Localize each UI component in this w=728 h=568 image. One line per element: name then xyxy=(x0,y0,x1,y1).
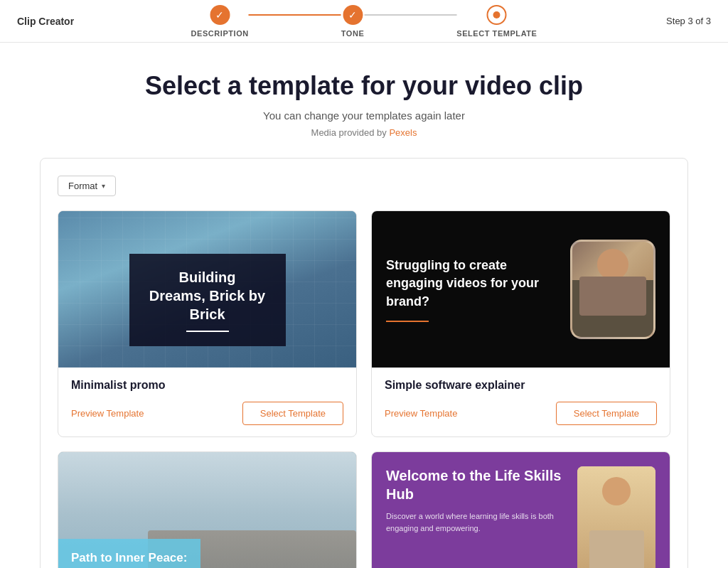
page-subtitle: You can change your templates again late… xyxy=(40,109,688,122)
life-overlay-sub: Discover a world where learning life ski… xyxy=(386,510,566,534)
software-person-image xyxy=(570,240,655,339)
format-button[interactable]: Format ▾ xyxy=(58,176,116,196)
life-person-image xyxy=(577,466,655,568)
step-circle-tone: ✓ xyxy=(343,5,363,25)
select-button-software[interactable]: Select Template xyxy=(556,402,657,425)
step-label-tone: TONE xyxy=(341,29,365,38)
step-count: Step 3 of 3 xyxy=(666,16,711,26)
minimalist-underline xyxy=(186,331,229,332)
card-info-minimalist: Minimalist promo Preview Template Select… xyxy=(58,368,356,436)
life-overlay-main: Welcome to the Life Skills Hub xyxy=(386,466,566,503)
thumbnail-life: Welcome to the Life Skills Hub Discover … xyxy=(372,452,670,568)
step-select-template: SELECT TEMPLATE xyxy=(456,5,537,38)
connector-2 xyxy=(364,14,456,16)
format-label: Format xyxy=(68,181,97,191)
step-label-description: DESCRIPTION xyxy=(191,29,249,38)
thumbnail-software: Struggling to create engaging videos for… xyxy=(372,211,670,368)
template-card-life: Welcome to the Life Skills Hub Discover … xyxy=(371,451,670,568)
app-title: Clip Creator xyxy=(17,16,74,27)
template-card-minimalist: Building Dreams, Brick by Brick Minimali… xyxy=(58,210,357,437)
media-credit: Media provided by Pexels xyxy=(40,127,688,138)
select-button-minimalist[interactable]: Select Template xyxy=(242,402,343,425)
chevron-down-icon: ▾ xyxy=(102,182,105,190)
preview-link-minimalist[interactable]: Preview Template xyxy=(71,408,144,419)
life-text-block: Welcome to the Life Skills Hub Discover … xyxy=(386,466,566,534)
step-description: ✓ DESCRIPTION xyxy=(191,5,249,38)
card-title-software: Simple software explainer xyxy=(385,379,657,392)
template-card-mental: Path to Inner Peace: A Guide to Better M… xyxy=(58,451,357,568)
progress-steps: ✓ DESCRIPTION ✓ TONE SELECT TEMPLATE xyxy=(191,5,537,38)
page-heading: Select a template for your video clip xyxy=(40,71,688,101)
step-label-select-template: SELECT TEMPLATE xyxy=(456,29,537,38)
software-text-block: Struggling to create engaging videos for… xyxy=(386,257,556,322)
step-circle-description: ✓ xyxy=(210,5,230,25)
preview-link-software[interactable]: Preview Template xyxy=(385,408,457,419)
template-grid: Building Dreams, Brick by Brick Minimali… xyxy=(58,210,670,568)
mental-overlay-text: Path to Inner Peace: A Guide to Better M… xyxy=(71,550,188,568)
mental-text-overlay: Path to Inner Peace: A Guide to Better M… xyxy=(58,539,200,568)
card-actions-software: Preview Template Select Template xyxy=(385,402,657,425)
minimalist-overlay-text: Building Dreams, Brick by Brick xyxy=(149,268,266,323)
template-card-software: Struggling to create engaging videos for… xyxy=(371,210,670,437)
card-info-software: Simple software explainer Preview Templa… xyxy=(372,368,670,436)
software-overlay-text: Struggling to create engaging videos for… xyxy=(386,257,556,311)
media-credit-prefix: Media provided by xyxy=(311,127,390,138)
step-tone: ✓ TONE xyxy=(341,5,365,38)
pexels-link[interactable]: Pexels xyxy=(389,127,417,138)
card-title-minimalist: Minimalist promo xyxy=(71,379,343,392)
minimalist-text-overlay: Building Dreams, Brick by Brick xyxy=(129,254,286,346)
template-container: Format ▾ Building Dreams, Brick by Brick xyxy=(40,158,688,568)
card-actions-minimalist: Preview Template Select Template xyxy=(71,402,343,425)
software-underline xyxy=(386,321,429,322)
top-nav: Clip Creator ✓ DESCRIPTION ✓ TONE SELECT… xyxy=(0,0,728,43)
thumbnail-mental: Path to Inner Peace: A Guide to Better M… xyxy=(58,452,356,568)
connector-1 xyxy=(249,14,341,16)
step-circle-select-template xyxy=(487,5,507,25)
main-content: Select a template for your video clip Yo… xyxy=(23,43,705,568)
thumbnail-minimalist: Building Dreams, Brick by Brick xyxy=(58,211,356,368)
